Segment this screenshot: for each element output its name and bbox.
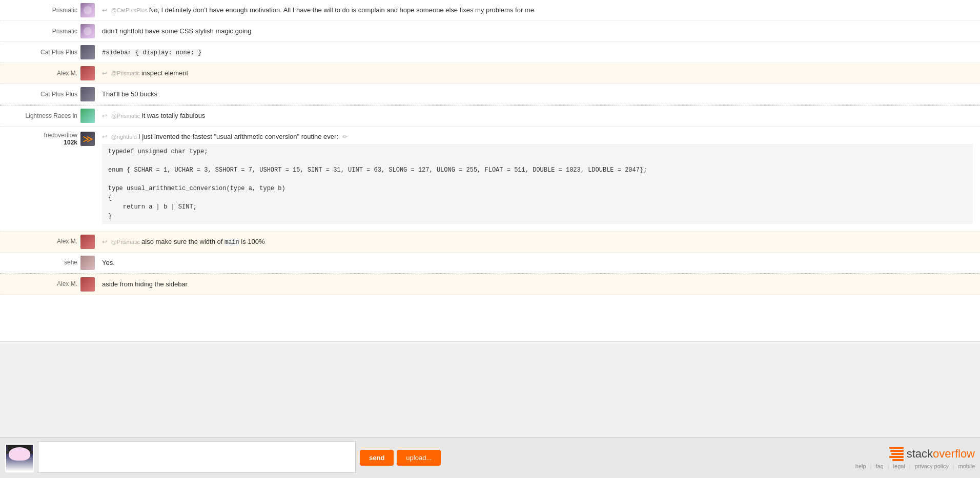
message-content: Yes.: [99, 256, 976, 270]
message-text: It was totally fabulous: [141, 112, 205, 119]
username: Cat Plus Plus: [40, 49, 77, 56]
message-text: That'll be 50 bucks: [102, 90, 157, 98]
message-content: ↩ @CatPlusPlus No, I definitely don't ha…: [99, 3, 976, 17]
reply-ref: @Prismatic: [111, 239, 141, 245]
message-text: I just invented the fastest "usual arith…: [138, 133, 338, 140]
avatar: [80, 256, 95, 270]
message-row: Cat Plus Plus That'll be 50 bucks: [0, 84, 980, 105]
user-info: Alex M.: [4, 235, 99, 249]
username: Lightness Races in: [26, 112, 77, 119]
message-content: ↩ @Prismatic It was totally fabulous: [99, 109, 976, 123]
username: Cat Plus Plus: [40, 91, 77, 98]
message-content: ↩ @Prismatic inspect element: [99, 66, 976, 80]
username: fredoverflow: [44, 132, 77, 139]
message-row: fredoverflow 102k ≫ ↩ @rightfold I just …: [0, 127, 980, 232]
avatar: [80, 235, 95, 249]
reply-icon: ↩: [102, 133, 107, 140]
code-block: typedef unsigned char type; enum { SCHAR…: [102, 144, 973, 224]
username: Prismatic: [52, 28, 77, 35]
avatar: [80, 66, 95, 80]
user-info: sehe: [4, 256, 99, 270]
edit-icon: ✏: [342, 133, 348, 140]
user-info: Alex M.: [4, 66, 99, 80]
message-row: Prismatic didn't rightfold have some CSS…: [0, 21, 980, 42]
reply-ref: @CatPlusPlus: [111, 7, 149, 13]
message-text: didn't rightfold have some CSS stylish m…: [102, 27, 252, 35]
username-rep: fredoverflow 102k: [44, 132, 77, 147]
rep-count: 102k: [64, 139, 77, 146]
user-info: Cat Plus Plus: [4, 87, 99, 101]
reply-icon: ↩: [102, 112, 107, 119]
reply-icon: ↩: [102, 7, 107, 14]
message-text: Yes.: [102, 259, 115, 266]
reply-ref: @rightfold: [111, 134, 138, 140]
user-info: Prismatic: [4, 24, 99, 38]
avatar: [80, 109, 95, 123]
message-content: That'll be 50 bucks: [99, 87, 976, 101]
message-content: ↩ @Prismatic also make sure the width of…: [99, 235, 976, 249]
message-row: Alex M. ↩ @Prismatic also make sure the …: [0, 232, 980, 253]
avatar: [80, 45, 95, 59]
message-row: Alex M. ↩ @Prismatic inspect element: [0, 63, 980, 84]
username: sehe: [64, 259, 77, 266]
user-info: Prismatic: [4, 3, 99, 17]
avatar: ≫: [80, 132, 95, 146]
message-text: also make sure the width of main is 100%: [141, 238, 265, 245]
user-info: Alex M.: [4, 277, 99, 292]
message-text: aside from hiding the sidebar: [102, 280, 188, 288]
message-content: ↩ @rightfold I just invented the fastest…: [99, 130, 976, 228]
reply-icon: ↩: [102, 238, 107, 245]
reply-icon: ↩: [102, 70, 107, 77]
user-info: Cat Plus Plus: [4, 45, 99, 59]
username: Alex M.: [57, 70, 77, 77]
username: Alex M.: [57, 280, 77, 287]
message-text: No, I definitely don't have enough motiv…: [149, 6, 534, 14]
chat-messages: Prismatic ↩ @CatPlusPlus No, I definitel…: [0, 0, 980, 341]
avatar: [80, 277, 95, 292]
message-content: didn't rightfold have some CSS stylish m…: [99, 24, 976, 38]
reply-ref: @Prismatic: [111, 70, 141, 76]
message-row: Alex M. aside from hiding the sidebar: [0, 274, 980, 295]
message-content: #sidebar { display: none; }: [99, 45, 976, 59]
user-info: Lightness Races in: [4, 109, 99, 123]
username: Prismatic: [52, 7, 77, 14]
reply-ref: @Prismatic: [111, 113, 141, 119]
avatar: [80, 87, 95, 101]
user-info: fredoverflow 102k ≫: [4, 130, 99, 147]
message-row: sehe Yes.: [0, 253, 980, 274]
message-row: Lightness Races in ↩ @Prismatic It was t…: [0, 105, 980, 127]
avatar: [80, 3, 95, 17]
avatar: [80, 24, 95, 38]
message-row: Prismatic ↩ @CatPlusPlus No, I definitel…: [0, 0, 980, 21]
username: Alex M.: [57, 238, 77, 245]
message-content: aside from hiding the sidebar: [99, 277, 976, 292]
message-text: inspect element: [141, 69, 188, 77]
message-row: Cat Plus Plus #sidebar { display: none; …: [0, 42, 980, 63]
message-text: #sidebar { display: none; }: [102, 49, 201, 56]
